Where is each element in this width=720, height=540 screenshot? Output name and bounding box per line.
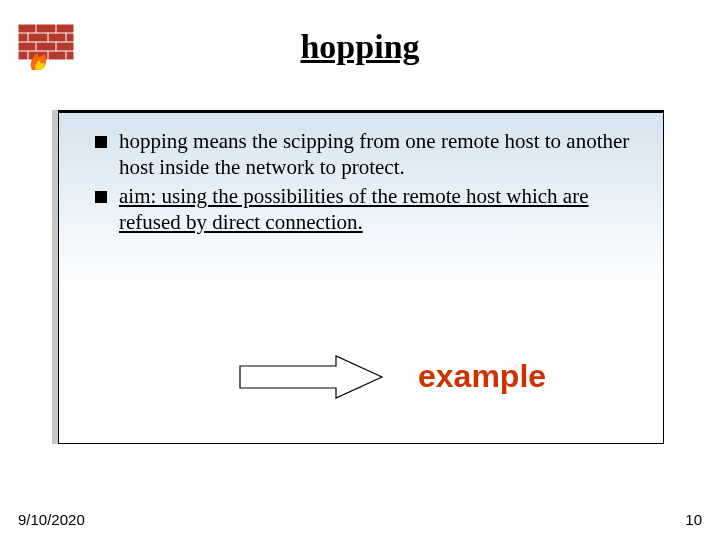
bullet-marker-icon bbox=[95, 136, 107, 148]
footer-page-number: 10 bbox=[685, 511, 702, 528]
right-arrow-icon bbox=[236, 352, 386, 406]
example-label: example bbox=[418, 358, 546, 395]
slide-title: hopping bbox=[0, 28, 720, 66]
bullet-item: hopping means the scipping from one remo… bbox=[95, 129, 637, 180]
bullet-list: hopping means the scipping from one remo… bbox=[59, 113, 663, 235]
slide: hopping hopping means the scipping from … bbox=[0, 0, 720, 540]
footer-date: 9/10/2020 bbox=[18, 511, 85, 528]
bullet-marker-icon bbox=[95, 191, 107, 203]
svg-marker-14 bbox=[240, 356, 382, 398]
bullet-text: hopping means the scipping from one remo… bbox=[119, 129, 637, 180]
bullet-text: aim: using the possibilities of the remo… bbox=[119, 184, 637, 235]
bullet-item: aim: using the possibilities of the remo… bbox=[95, 184, 637, 235]
